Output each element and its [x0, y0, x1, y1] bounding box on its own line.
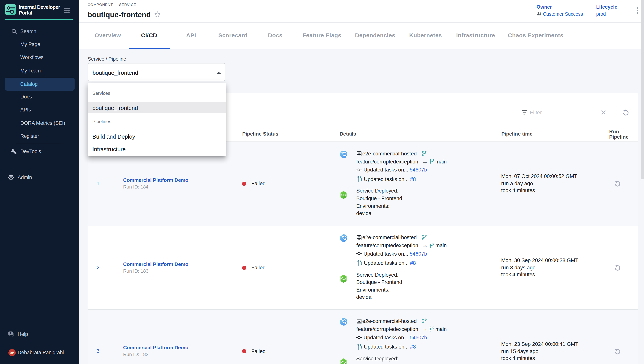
svg-text:?: ?	[9, 331, 11, 334]
